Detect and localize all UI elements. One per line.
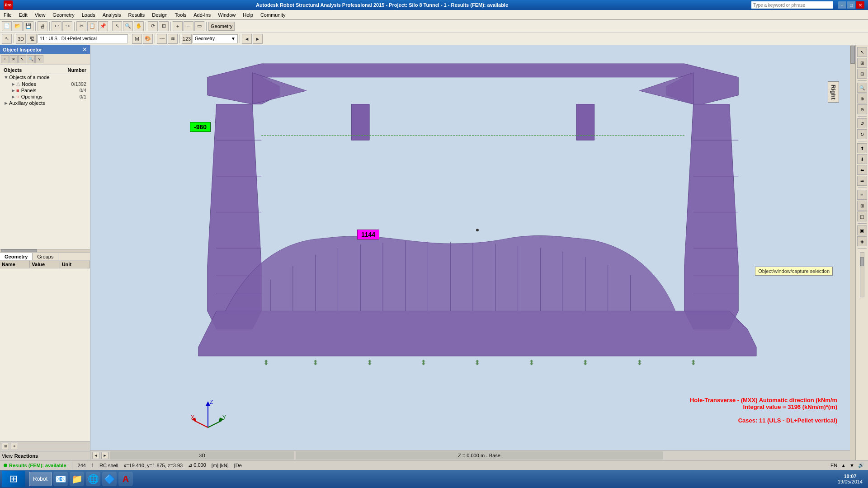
search-input[interactable] [753, 3, 831, 8]
rp-btn12[interactable]: ➡ [857, 176, 867, 186]
reactions-label[interactable]: Reactions [14, 453, 38, 459]
close-button[interactable]: ✕ [856, 1, 864, 9]
arrow-btn[interactable]: ↖ [2, 34, 12, 44]
windows-start-button[interactable]: ⊞ [2, 471, 25, 487]
rp-btn4[interactable]: 🔍 [857, 83, 867, 93]
structure-btn[interactable]: 🏗 [27, 34, 37, 44]
result-type-btn[interactable]: M [132, 34, 142, 44]
maximize-button[interactable]: □ [847, 1, 855, 9]
rp-btn1[interactable]: ↖ [857, 47, 867, 57]
search-box[interactable] [751, 1, 833, 9]
show-val-btn[interactable]: 123 [182, 34, 192, 44]
tree-auxiliary[interactable]: ► Auxiliary objects [2, 100, 88, 106]
tree-panels[interactable]: ► ■ Panels 0/4 [2, 87, 88, 94]
menu-results[interactable]: Results [125, 10, 149, 19]
isosurf-btn[interactable]: ≋ [168, 34, 178, 44]
viewport-scrollbar-thumb[interactable] [850, 46, 855, 64]
menu-community[interactable]: Community [257, 10, 289, 19]
menu-window[interactable]: Window [214, 10, 239, 19]
cut-btn[interactable]: ✂ [76, 21, 86, 31]
rp-btn3[interactable]: ⊟ [857, 69, 867, 79]
rp-btn8[interactable]: ↻ [857, 129, 867, 139]
zoom-btn[interactable]: 🔍 [123, 21, 133, 31]
deform-btn[interactable]: 〰 [157, 34, 167, 44]
rp-btn9[interactable]: ⬆ [857, 143, 867, 153]
tab-groups[interactable]: Groups [33, 253, 58, 260]
select-btn[interactable]: ↖ [112, 21, 122, 31]
new-btn[interactable]: 📄 [2, 21, 12, 31]
copy-btn[interactable]: 📋 [87, 21, 97, 31]
insp-help-btn[interactable]: ? [35, 55, 43, 63]
viewport[interactable]: ⬍ ⬍ ⬍ ⬍ ⬍ ⬍ ⬍ ⬍ ⬍ -960 1144 Object/windo… [90, 45, 855, 460]
rp-btn16[interactable]: ▣ [857, 225, 867, 235]
insp-search-btn[interactable]: 🔍 [27, 55, 35, 63]
rp-btn14[interactable]: ⊞ [857, 201, 867, 211]
taskbar-chrome[interactable]: 🌐 [86, 472, 100, 486]
taskbar-acrobat[interactable]: A [118, 472, 133, 486]
object-inspector-close[interactable]: ✕ [82, 46, 87, 53]
prev-case-btn[interactable]: ◄ [242, 34, 252, 44]
rp-btn6[interactable]: ⊖ [857, 104, 867, 114]
rp-btn11[interactable]: ⬅ [857, 165, 867, 175]
object-tree: Objects Number ▼ Objects of a model ► △ … [0, 65, 90, 249]
node-btn[interactable]: + [173, 21, 183, 31]
redo-btn[interactable]: ↪ [62, 21, 72, 31]
print-btn[interactable]: 🖨 [38, 21, 47, 31]
plate-btn[interactable]: ▭ [194, 21, 204, 31]
open-btn[interactable]: 📂 [13, 21, 23, 31]
left-bottom-btn2[interactable]: ≡ [11, 443, 18, 450]
tree-model-root[interactable]: ▼ Objects of a model [2, 74, 88, 80]
view3d-btn[interactable]: 3D [16, 34, 26, 44]
clock[interactable]: 10:07 19/05/2014 [834, 474, 866, 484]
rp-btn2[interactable]: ⊞ [857, 58, 867, 68]
bar-btn[interactable]: ═ [184, 21, 193, 31]
fit-btn[interactable]: ⊞ [159, 21, 169, 31]
result-color-btn[interactable]: 🎨 [143, 34, 153, 44]
pan-btn[interactable]: ✋ [134, 21, 144, 31]
next-case-btn[interactable]: ► [253, 34, 263, 44]
rotate-btn[interactable]: ⟳ [148, 21, 158, 31]
vp-left-scroll[interactable]: ◄ [92, 452, 99, 459]
svg-text:⬍: ⬍ [312, 359, 318, 366]
taskbar-revit[interactable]: 🔷 [102, 472, 117, 486]
viewport-scrollbar[interactable] [850, 45, 855, 460]
taskbar-explorer[interactable]: 📁 [70, 472, 84, 486]
menu-loads[interactable]: Loads [78, 10, 99, 19]
menu-help[interactable]: Help [239, 10, 257, 19]
menu-tools[interactable]: Tools [171, 10, 190, 19]
rp-btn15[interactable]: ◫ [857, 211, 867, 221]
menu-edit[interactable]: Edit [15, 10, 31, 19]
tab-geometry[interactable]: Geometry [0, 253, 33, 260]
rp-btn7[interactable]: ↺ [857, 118, 867, 128]
tree-openings[interactable]: ► ○ Openings 0/1 [2, 94, 88, 100]
taskbar-outlook[interactable]: 📧 [53, 472, 68, 486]
view-3d-indicator[interactable]: 3D [110, 451, 294, 460]
svg-marker-8 [684, 104, 738, 329]
minimize-button[interactable]: − [838, 1, 846, 9]
undo-btn[interactable]: ↩ [52, 21, 61, 31]
svg-text:⬍: ⬍ [690, 359, 696, 366]
geometry-mode-label: Geometry [208, 22, 235, 31]
menu-addins[interactable]: Add-Ins [190, 10, 214, 19]
rp-btn17[interactable]: ◈ [857, 236, 867, 246]
menu-design[interactable]: Design [148, 10, 171, 19]
taskbar-app-robot[interactable]: Robot [29, 472, 52, 486]
left-bottom-btn1[interactable]: ⊞ [2, 443, 9, 450]
tree-nodes[interactable]: ► △ Nodes 0/1392 [2, 80, 88, 87]
display-mode-dropdown[interactable]: Geometry ▼ [193, 34, 238, 43]
menu-file[interactable]: File [0, 10, 15, 19]
vp-right-scroll[interactable]: ► [101, 452, 108, 459]
menu-geometry[interactable]: Geometry [49, 10, 78, 19]
rp-btn13[interactable]: ≡ [857, 190, 867, 200]
rp-btn10[interactable]: ⬇ [857, 154, 867, 164]
save-btn[interactable]: 💾 [24, 21, 33, 31]
view-label[interactable]: View [2, 453, 13, 459]
load-case-dropdown[interactable]: 11 : ULS - DL+Pellet vertical [38, 34, 128, 43]
rp-btn5[interactable]: ⊕ [857, 94, 867, 103]
paste-btn[interactable]: 📌 [98, 21, 108, 31]
insp-new-btn[interactable]: + [1, 55, 9, 63]
insp-del-btn[interactable]: ✕ [9, 55, 18, 63]
insp-select-btn[interactable]: ↖ [18, 55, 26, 63]
menu-analysis[interactable]: Analysis [99, 10, 125, 19]
menu-view[interactable]: View [31, 10, 49, 19]
